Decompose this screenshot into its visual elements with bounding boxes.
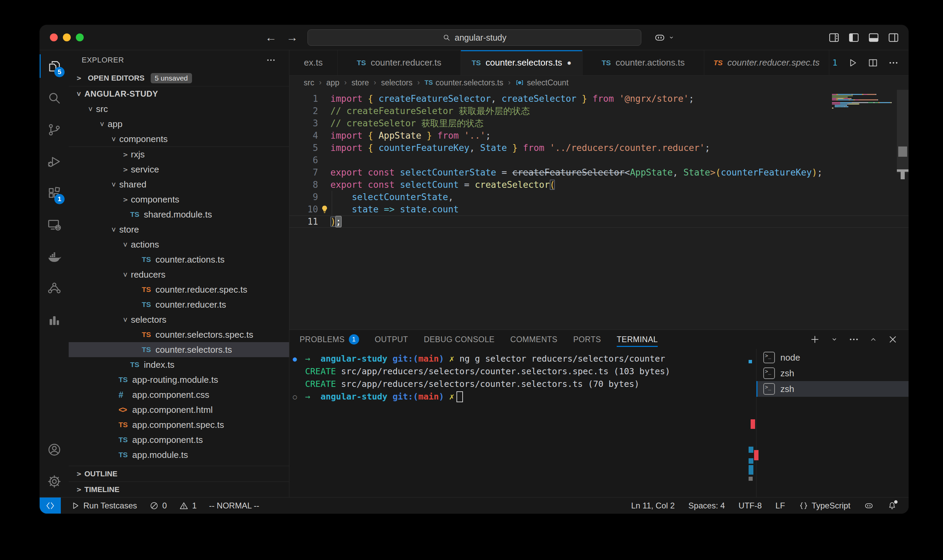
activitybar-settings[interactable] [40, 465, 69, 497]
terminal-instance-zsh[interactable]: zsh [757, 381, 909, 397]
tree-item-index-ts[interactable]: TSindex.ts [69, 357, 289, 372]
chevron-down-icon: > [75, 88, 83, 99]
line-number: 6 [290, 154, 330, 166]
tree-item-app-routing-module-ts[interactable]: TSapp-routing.module.ts [69, 372, 289, 387]
copilot-icon[interactable] [654, 32, 666, 43]
split-editor-icon[interactable] [867, 57, 878, 68]
tree-item-label: counter.reducer.spec.ts [156, 285, 247, 295]
tree-item-store[interactable]: >store [69, 222, 289, 237]
activitybar-accounts[interactable] [40, 434, 69, 465]
tree-item-reducers[interactable]: >reducers [69, 267, 289, 282]
activitybar-remote-explorer[interactable] [40, 209, 69, 241]
toggle-sidebar-right-icon[interactable] [887, 31, 900, 44]
toggle-panel-bottom-icon[interactable] [867, 31, 880, 44]
tree-item-counter-selectors-spec-ts[interactable]: TScounter.selectors.spec.ts [69, 327, 289, 342]
sidebar-section-outline[interactable]: >OUTLINE [69, 466, 289, 482]
activitybar-search[interactable] [40, 82, 69, 114]
panel-tab-ports[interactable]: PORTS [573, 330, 601, 349]
editor-scrollbar[interactable] [897, 90, 909, 173]
tree-item-rxjs[interactable]: >rxjs [69, 147, 289, 162]
statusbar-vim-mode[interactable]: -- NORMAL -- [209, 501, 259, 511]
activitybar-stats[interactable] [40, 304, 69, 336]
lightbulb-icon[interactable] [319, 204, 330, 214]
close-icon[interactable] [887, 334, 898, 345]
activitybar-docker[interactable] [40, 241, 69, 272]
activitybar-run-debug[interactable] [40, 145, 69, 177]
close-window-button[interactable] [50, 34, 58, 41]
toggle-sidebar-left-icon[interactable] [847, 31, 860, 44]
panel-tab-problems[interactable]: PROBLEMS1 [300, 330, 359, 349]
activitybar-source-control[interactable] [40, 114, 69, 145]
statusbar-cursor-position[interactable]: Ln 11, Col 2 [631, 501, 675, 511]
tree-item-app-module-ts[interactable]: TSapp.module.ts [69, 447, 289, 462]
tree-item-app-component-html[interactable]: <>app.component.html [69, 402, 289, 417]
breadcrumb-item-store[interactable]: store [351, 78, 369, 88]
tab-counter-reducer-ts[interactable]: TScounter.reducer.ts [337, 50, 461, 75]
navigate-back-icon[interactable]: ← [265, 31, 277, 44]
breadcrumb-item-src[interactable]: src [304, 78, 314, 88]
statusbar-copilot-status[interactable] [864, 501, 874, 511]
statusbar-indentation[interactable]: Spaces: 4 [689, 501, 725, 511]
tree-item-components[interactable]: >components [69, 131, 289, 147]
navigate-forward-icon[interactable]: → [286, 31, 298, 44]
panel-tab-output[interactable]: OUTPUT [375, 330, 408, 349]
toggle-layout-icon[interactable] [828, 31, 840, 44]
sidebar-section-timeline[interactable]: >TIMELINE [69, 482, 289, 497]
tree-item-counter-actions-ts[interactable]: TScounter.actions.ts [69, 252, 289, 267]
chevron-down-small-icon[interactable] [830, 335, 839, 344]
minimap[interactable] [832, 94, 894, 109]
ellipsis-icon[interactable] [888, 57, 899, 68]
open-editors-header[interactable]: > OPEN EDITORS 5 unsaved [69, 70, 289, 86]
breadcrumb-item-counter-selectors-ts[interactable]: TScounter.selectors.ts [425, 78, 503, 88]
activitybar-live-share[interactable] [40, 272, 69, 304]
statusbar-warnings[interactable]: 1 [179, 501, 196, 511]
code-editor[interactable]: 1import { createFeatureSelector, createS… [290, 90, 909, 329]
terminal-instance-zsh[interactable]: zsh [757, 365, 909, 381]
tree-item-angular-study[interactable]: >ANGULAR-STUDY [69, 86, 289, 102]
activitybar-explorer[interactable]: 5 [40, 50, 69, 82]
tree-item-app[interactable]: >app [69, 117, 289, 131]
command-center[interactable]: angular-study [308, 29, 641, 46]
activitybar-extensions[interactable]: 1 [40, 177, 69, 209]
panel-tab-terminal[interactable]: TERMINAL [617, 330, 658, 349]
tree-item-counter-reducer-spec-ts[interactable]: TScounter.reducer.spec.ts [69, 282, 289, 297]
terminal-instance-node[interactable]: node [757, 350, 909, 365]
run-file-icon[interactable] [847, 57, 858, 68]
breadcrumb-item-selectCount[interactable]: selectCount [515, 78, 568, 88]
tree-item-counter-selectors-ts[interactable]: TScounter.selectors.ts [69, 342, 289, 357]
chevron-up-icon[interactable] [869, 335, 878, 344]
remote-indicator[interactable] [40, 497, 61, 514]
breadcrumb-item-app[interactable]: app [326, 78, 339, 88]
tree-item-selectors[interactable]: >selectors [69, 312, 289, 327]
tab-counter-reducer-spec-ts[interactable]: TScounter.reducer.spec.ts [704, 50, 829, 75]
ellipsis-icon[interactable] [848, 334, 859, 345]
tree-item-app-component-ts[interactable]: TSapp.component.ts [69, 432, 289, 447]
panel-tab-debug-console[interactable]: DEBUG CONSOLE [424, 330, 495, 349]
statusbar-eol[interactable]: LF [776, 501, 785, 511]
tree-item-components[interactable]: >components [69, 192, 289, 207]
statusbar-run-testcases[interactable]: Run Testcases [70, 501, 137, 511]
breadcrumb-item-selectors[interactable]: selectors [381, 78, 412, 88]
tree-item-service[interactable]: >service [69, 162, 289, 177]
tree-item-shared[interactable]: >shared [69, 177, 289, 192]
tab-counter-selectors-ts[interactable]: TScounter.selectors.ts● [461, 50, 582, 75]
ellipsis-icon[interactable] [266, 55, 276, 65]
tree-item-app-component-spec-ts[interactable]: TSapp.component.spec.ts [69, 417, 289, 432]
statusbar-language-mode[interactable]: TypeScript [799, 501, 851, 511]
tab-ex-ts[interactable]: ex.ts [290, 50, 337, 75]
tree-item-app-component-css[interactable]: #app.component.css [69, 387, 289, 402]
chevron-down-icon[interactable] [668, 34, 675, 41]
statusbar-encoding[interactable]: UTF-8 [739, 501, 762, 511]
zoom-window-button[interactable] [76, 34, 84, 41]
plus-icon[interactable] [809, 334, 820, 345]
tree-item-counter-reducer-ts[interactable]: TScounter.reducer.ts [69, 297, 289, 312]
statusbar-notifications[interactable] [887, 501, 897, 511]
tree-item-src[interactable]: >src [69, 102, 289, 117]
tree-item-actions[interactable]: >actions [69, 237, 289, 252]
terminal[interactable]: ●→ angular-study git:(main) ✗ ng g selec… [290, 349, 756, 497]
tree-item-shared-module-ts[interactable]: TSshared.module.ts [69, 207, 289, 222]
panel-tab-comments[interactable]: COMMENTS [510, 330, 558, 349]
statusbar-errors[interactable]: 0 [149, 501, 167, 511]
minimize-window-button[interactable] [63, 34, 71, 41]
tab-counter-actions-ts[interactable]: TScounter.actions.ts [582, 50, 704, 75]
